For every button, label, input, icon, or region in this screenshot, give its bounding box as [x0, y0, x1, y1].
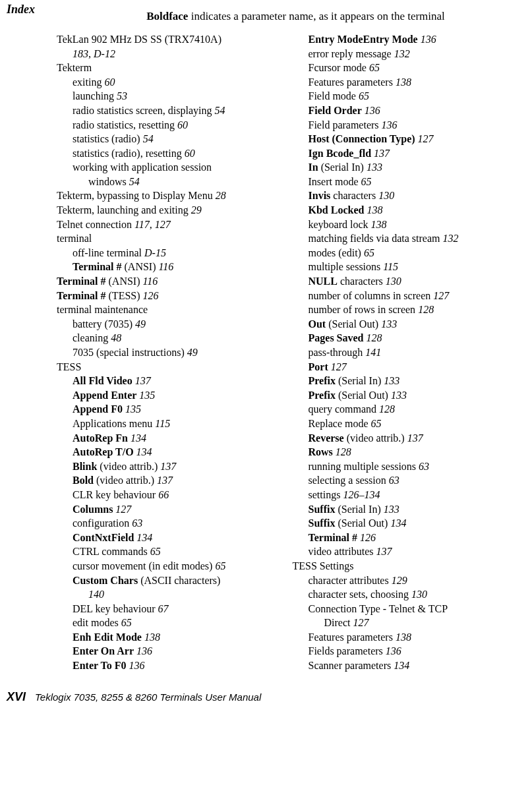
- entry-text: characters: [330, 190, 378, 201]
- page-ref: 133: [384, 504, 399, 515]
- page: Index Boldface indicates a parameter nam…: [0, 0, 532, 705]
- page-ref: 127: [115, 504, 131, 515]
- page-ref: 138: [396, 631, 411, 643]
- index-entry: Suffix (Serial In) 133: [293, 502, 510, 517]
- page-ref: 138: [371, 219, 387, 230]
- entry-text: working with application session: [73, 161, 212, 173]
- index-entry: In (Serial In) 133: [293, 160, 510, 175]
- index-entry: Scanner parameters 134: [293, 658, 510, 673]
- page-ref: 130: [378, 190, 394, 201]
- entry-text: (Serial In): [318, 161, 367, 173]
- page-ref: 65: [361, 176, 371, 187]
- index-entry: running multiple sessions 63: [293, 459, 510, 474]
- param-name: Ign Bcode_fld: [309, 148, 372, 159]
- param-name: Prefix: [309, 390, 336, 401]
- page-ref: 65: [364, 247, 374, 258]
- page-ref: 136: [421, 34, 436, 45]
- index-entry: Features parameters 138: [293, 630, 510, 645]
- index-entry: terminal: [57, 231, 274, 246]
- entry-text: battery (7035): [73, 318, 135, 330]
- param-name: NULL: [309, 276, 338, 287]
- index-column-right: Entry ModeEntry Mode 136error reply mess…: [293, 32, 510, 673]
- index-entry: cursor movement (in edit modes) 65: [57, 559, 274, 573]
- page-ref: 137: [376, 546, 392, 557]
- page-ref: 183, D-12: [73, 48, 115, 59]
- page-ref: 141: [365, 347, 381, 358]
- param-name: Prefix: [309, 375, 336, 386]
- index-entry: Custom Chars (ASCII characters): [57, 573, 274, 588]
- index-entry: Pages Saved 128: [293, 331, 510, 345]
- entry-text: Field mode: [309, 90, 359, 102]
- index-entry: settings 126–134: [293, 488, 510, 502]
- page-ref: 128: [367, 332, 382, 343]
- index-entry: statistics (radio) 54: [57, 132, 274, 146]
- index-entry: 140: [57, 587, 274, 602]
- index-entry: Telnet connection 117, 127: [57, 218, 274, 232]
- page-ref: 127: [418, 133, 434, 144]
- index-entry: multiple sessions 115: [293, 260, 510, 274]
- index-entry: AutoRep Fn 134: [57, 431, 274, 446]
- page-ref: 133: [381, 318, 397, 330]
- entry-text: DEL key behaviour: [73, 603, 158, 614]
- index-entry: character attributes 129: [293, 573, 510, 588]
- page-ref: 138: [144, 631, 160, 643]
- page-ref: 65: [359, 90, 369, 102]
- param-name: In: [309, 161, 318, 173]
- index-entry: number of columns in screen 127: [293, 289, 510, 303]
- page-ref: 132: [442, 233, 458, 244]
- index-columns: TekLan 902 MHz DS SS (TRX7410A)183, D-12…: [57, 32, 510, 673]
- index-entry: DEL key behaviour 67: [57, 602, 274, 616]
- header-note: Boldface indicates a parameter name, as …: [79, 9, 512, 24]
- page-ref: 117, 127: [134, 219, 171, 230]
- index-entry: Out (Serial Out) 133: [293, 317, 510, 332]
- index-entry: matching fields via data stream 132: [293, 231, 510, 246]
- param-name: Append F0: [73, 403, 123, 415]
- page-ref: 115: [155, 418, 170, 429]
- entry-text: cursor movement (in edit modes): [73, 560, 215, 571]
- index-entry: Insert mode 65: [293, 175, 510, 189]
- param-name: Blink: [73, 461, 97, 472]
- entry-text: (video attrib.): [94, 475, 157, 486]
- index-entry: Connection Type - Telnet & TCP: [293, 602, 510, 616]
- index-entry: Fcursor mode 65: [293, 61, 510, 75]
- page-ref: 126–134: [343, 489, 380, 500]
- page-ref: 49: [187, 347, 198, 358]
- entry-text: Fields parameters: [309, 645, 386, 657]
- page-ref: 138: [367, 204, 382, 216]
- index-entry: Host (Connection Type) 127: [293, 132, 510, 146]
- entry-text: CLR key behaviour: [73, 489, 158, 500]
- index-entry: Applications menu 115: [57, 417, 274, 431]
- param-name: Enh Edit Mode: [73, 631, 142, 643]
- entry-text: Tekterm, launching and exiting: [57, 204, 191, 216]
- index-entry: Ign Bcode_fld 137: [293, 146, 510, 161]
- entry-text: statistics (radio): [73, 133, 143, 144]
- page-ref: 63: [132, 517, 142, 529]
- entry-text: character attributes: [309, 575, 392, 586]
- index-entry: Suffix (Serial Out) 134: [293, 516, 510, 531]
- entry-text: query command: [309, 403, 380, 415]
- page-ref: 133: [367, 161, 382, 173]
- index-entry: edit modes 65: [57, 616, 274, 630]
- page-ref: 49: [135, 318, 146, 330]
- entry-text: matching fields via data stream: [309, 233, 443, 244]
- entry-text: number of rows in screen: [309, 304, 419, 315]
- index-entry: Enh Edit Mode 138: [57, 630, 274, 645]
- index-entry: Prefix (Serial In) 133: [293, 374, 510, 388]
- entry-text: pass-through: [309, 347, 366, 358]
- entry-text: statistics (radio), resetting: [73, 148, 185, 159]
- param-name: Pages Saved: [309, 332, 364, 343]
- entry-text: terminal: [57, 233, 92, 244]
- index-entry: Features parameters 138: [293, 75, 510, 90]
- index-entry: pass-through 141: [293, 345, 510, 360]
- entry-text: (video attrib.): [344, 432, 407, 444]
- entry-text: Tekterm, bypassing to Display Menu: [57, 190, 216, 201]
- index-entry: 183, D-12: [57, 47, 274, 61]
- page-ref: 116: [143, 276, 158, 287]
- entry-text: video attributes: [309, 546, 376, 557]
- entry-text: character sets, choosing: [309, 589, 411, 600]
- param-name: Bold: [73, 475, 94, 486]
- manual-title: Teklogix 7035, 8255 & 8260 Terminals Use…: [35, 691, 261, 704]
- index-entry: exiting 60: [57, 75, 274, 90]
- entry-text: off-line terminal: [73, 247, 144, 258]
- index-entry: Append F0 135: [57, 402, 274, 417]
